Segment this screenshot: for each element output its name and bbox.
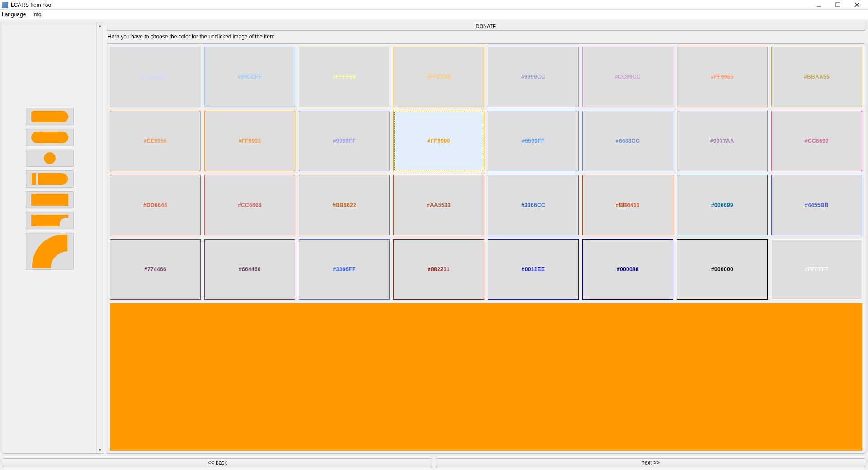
color-swatch[interactable]: #FF9933 [204,111,295,171]
shape-split-pill[interactable] [26,170,74,188]
svg-rect-0 [836,3,840,7]
window-maximize-button[interactable] [828,0,847,9]
color-swatch[interactable]: #CC6666 [204,175,295,235]
menubar: Language Info [0,10,868,19]
main-area: ▴ ▾ DONATE Here you have to choose the c… [0,19,868,456]
color-swatch[interactable]: #9977AA [677,111,768,171]
color-swatch[interactable]: #9999CC [488,47,579,107]
color-swatch[interactable]: #EE9955 [110,111,201,171]
color-swatch[interactable]: #BB4411 [582,175,673,235]
window-close-button[interactable] [847,0,866,9]
color-swatch[interactable]: #FF9966 [677,47,768,107]
titlebar: LCARS Item Tool [0,0,868,10]
color-swatch[interactable]: #FFFFFF [771,239,862,300]
color-swatch[interactable]: #0011EE [488,239,579,300]
sidebar-scrollbar[interactable]: ▴ ▾ [96,22,104,453]
donate-button[interactable]: DONATE [107,22,865,31]
shape-rect-notch[interactable] [26,212,74,229]
color-swatch[interactable]: #BBAA55 [771,47,862,107]
menu-language[interactable]: Language [2,11,26,18]
color-swatch[interactable]: #4455BB [771,175,862,235]
shape-list [3,22,96,453]
color-swatch[interactable]: #CCDDFF [110,47,201,107]
shape-circle[interactable] [26,150,74,167]
color-swatch[interactable]: #FF9900 [393,111,484,171]
shape-pill-full[interactable] [26,129,74,146]
color-panel: #CCDDFF#99CCFF#FFFF99#FFCC66#9999CC#CC99… [107,43,865,454]
content-area: DONATE Here you have to choose the color… [107,22,865,454]
instruction-text: Here you have to choose the color for th… [107,33,865,42]
color-swatch[interactable]: #FFCC66 [393,47,484,107]
sidebar: ▴ ▾ [3,22,104,454]
shape-elbow[interactable] [26,233,74,270]
app-icon [2,2,8,8]
back-button[interactable]: << back [3,458,432,467]
color-swatch[interactable]: #882211 [393,239,484,300]
color-swatch[interactable]: #6688CC [582,111,673,171]
shape-rect[interactable] [26,191,74,208]
color-swatch[interactable]: #664466 [204,239,295,300]
color-swatch[interactable]: #CC6699 [771,111,862,171]
color-swatch[interactable]: #99CCFF [204,47,295,107]
scroll-up-icon[interactable]: ▴ [97,22,104,29]
window-minimize-button[interactable] [809,0,828,9]
color-swatch[interactable]: #774466 [110,239,201,300]
shape-pill-right[interactable] [26,108,74,125]
color-swatch[interactable]: #006699 [677,175,768,235]
scroll-down-icon[interactable]: ▾ [97,446,104,453]
color-grid: #CCDDFF#99CCFF#FFFF99#FFCC66#9999CC#CC99… [110,47,862,300]
color-swatch[interactable]: #5599FF [488,111,579,171]
color-swatch[interactable]: #000000 [677,239,768,300]
color-swatch[interactable]: #CC99CC [582,47,673,107]
color-swatch[interactable]: #AA5533 [393,175,484,235]
color-swatch[interactable]: #3366FF [299,239,390,300]
color-swatch[interactable]: #000088 [582,239,673,300]
color-swatch[interactable]: #DD6644 [110,175,201,235]
bottom-nav: << back next >> [0,456,868,470]
color-swatch[interactable]: #FFFF99 [299,47,390,107]
preview-bar [110,303,862,451]
color-swatch[interactable]: #BB6622 [299,175,390,235]
next-button[interactable]: next >> [436,458,865,467]
menu-info[interactable]: Info [32,11,41,18]
window-title: LCARS Item Tool [11,2,52,8]
color-swatch[interactable]: #3366CC [488,175,579,235]
color-swatch[interactable]: #9999FF [299,111,390,171]
